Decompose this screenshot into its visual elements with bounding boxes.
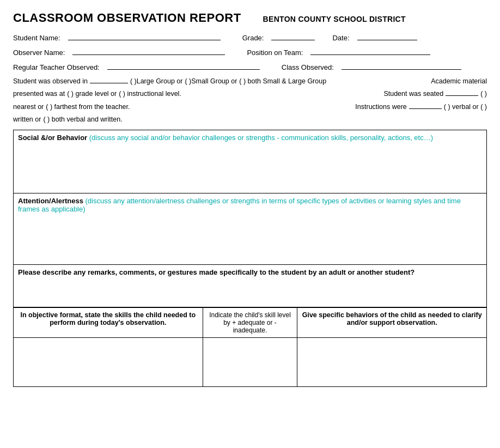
col3-header: Give specific behaviors of the child as … <box>297 308 487 338</box>
social-title: Social &/or Behavior <box>18 134 87 142</box>
col3-body[interactable] <box>297 338 487 387</box>
position-label: Position on Team: <box>247 49 303 57</box>
obs-verbal-or: ( ) verbal or ( ) <box>444 101 487 113</box>
skills-table: In objective format, state the skills th… <box>13 307 487 387</box>
attention-title: Attention/Alertness <box>18 197 83 205</box>
remarks-header: Please describe any remarks, comments, o… <box>18 268 482 276</box>
observer-name-label: Observer Name: <box>13 49 65 57</box>
col1-header: In objective format, state the skills th… <box>14 308 203 338</box>
obs-checkbox-right: ( ) <box>480 88 487 100</box>
attention-header: Attention/Alertness (discuss any attenti… <box>14 193 486 215</box>
obs-grade-level: ( ) grade level or <box>67 88 117 100</box>
social-body[interactable] <box>14 144 486 193</box>
date-field[interactable] <box>357 32 417 40</box>
class-observed-field[interactable] <box>342 61 461 70</box>
col1-body[interactable] <box>14 338 203 387</box>
obs-instructions: Instructions were <box>355 101 406 113</box>
student-name-label: Student Name: <box>13 34 60 42</box>
grade-field[interactable] <box>271 32 315 40</box>
obs-both-verbal: ( ) both verbal and written. <box>43 114 122 125</box>
attention-body[interactable] <box>14 215 486 264</box>
grade-label: Grade: <box>242 34 264 42</box>
obs-line2-start: presented was at <box>13 88 65 100</box>
remarks-body[interactable] <box>18 276 482 304</box>
social-description: (discuss any social and/or behavior chal… <box>89 134 433 142</box>
remarks-section: Please describe any remarks, comments, o… <box>13 265 487 307</box>
obs-both-small: ( ) both Small & Large Group <box>239 76 326 87</box>
social-header: Social &/or Behavior (discuss any social… <box>14 130 486 144</box>
observation-paragraph: Student was observed in ( )Large Group o… <box>13 76 487 125</box>
obs-instructional: ( ) instructional level. <box>119 88 181 100</box>
class-observed-label: Class Observed: <box>282 63 334 71</box>
obs-student-seated: Student was seated <box>383 88 443 100</box>
col2-body[interactable] <box>203 338 297 387</box>
obs-line1-start: Student was observed in <box>13 76 88 87</box>
obs-academic: Academic material <box>431 76 487 87</box>
observer-name-field[interactable] <box>72 46 225 55</box>
social-section: Social &/or Behavior (discuss any social… <box>13 130 487 193</box>
report-header: CLASSROOM OBSERVATION REPORT BENTON COUN… <box>13 11 487 25</box>
table-row[interactable] <box>14 338 487 387</box>
obs-line3-start: nearest or <box>13 101 44 113</box>
obs-large-group: ( )Large Group or <box>130 76 183 87</box>
obs-small-group: ( )Small Group or <box>185 76 237 87</box>
position-field[interactable] <box>310 46 430 55</box>
student-name-field[interactable] <box>68 32 221 40</box>
regular-teacher-field[interactable] <box>107 61 260 70</box>
student-info-row: Student Name: Grade: Date: <box>13 32 487 42</box>
attention-description: (discuss any attention/alertness challen… <box>18 197 461 213</box>
observer-info-row: Observer Name: Position on Team: <box>13 46 487 57</box>
col2-header: Indicate the child's skill level by + ad… <box>203 308 297 338</box>
district-name: BENTON COUNTY SCHOOL DISTRICT <box>263 15 406 23</box>
attention-section: Attention/Alertness (discuss any attenti… <box>13 193 487 265</box>
obs-line4-start: written or <box>13 114 41 125</box>
obs-farthest: ( ) farthest from the teacher. <box>46 101 130 113</box>
report-title: CLASSROOM OBSERVATION REPORT <box>13 11 241 25</box>
table-header-row: In objective format, state the skills th… <box>14 308 487 338</box>
regular-teacher-label: Regular Teacher Observed: <box>13 63 100 71</box>
teacher-info-row: Regular Teacher Observed: Class Observed… <box>13 61 487 71</box>
date-label: Date: <box>332 34 349 42</box>
